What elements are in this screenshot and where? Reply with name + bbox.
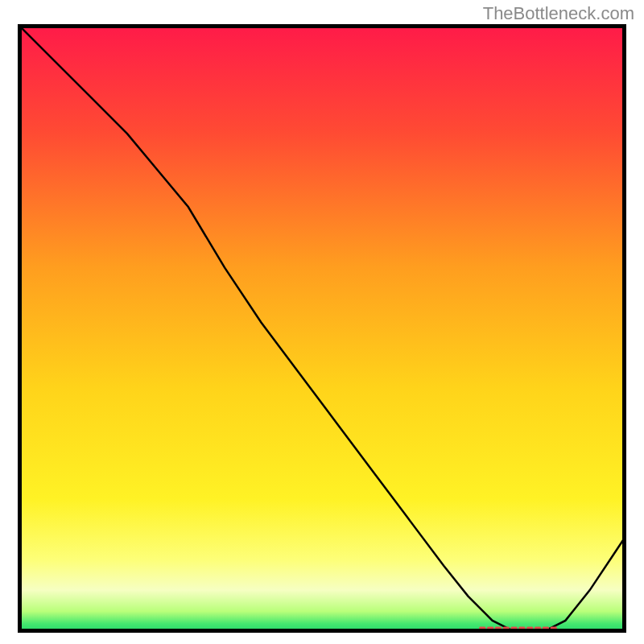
attribution-label: TheBottleneck.com [483, 3, 634, 24]
bottleneck-chart [18, 24, 626, 633]
chart-frame: TheBottleneck.com [0, 0, 644, 644]
